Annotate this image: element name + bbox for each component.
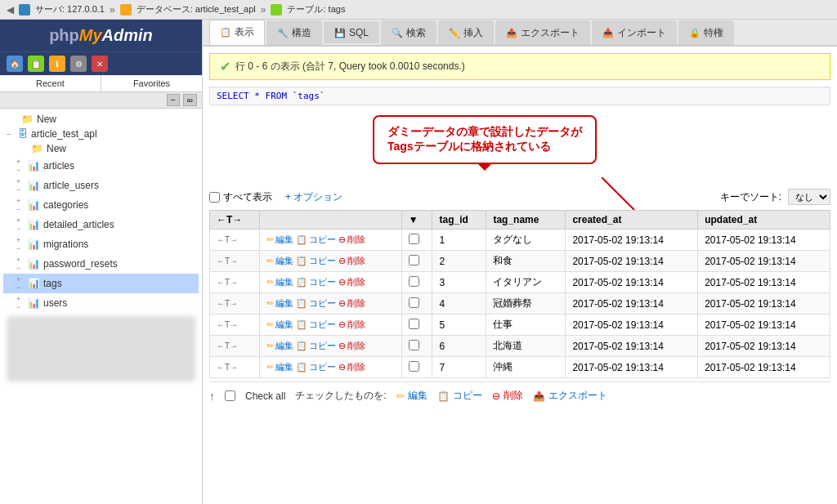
row-checkbox[interactable] bbox=[409, 297, 419, 308]
tree-item-users[interactable]: +− 📊 users bbox=[3, 293, 199, 313]
content-body: ✔ 行 0 - 6 の表示 (合計 7, Query took 0.0010 s… bbox=[203, 47, 837, 504]
tab-import[interactable]: 📥 インポート bbox=[592, 20, 677, 45]
row-copy-btn[interactable]: 📋コピー bbox=[296, 276, 336, 288]
footer-export-label: エクスポート bbox=[548, 389, 607, 403]
row-actions: ✏編集 📋コピー ⊖削除 bbox=[259, 251, 401, 272]
row-edit-btn[interactable]: ✏編集 bbox=[266, 255, 293, 267]
tree-expand-article-users[interactable]: +− bbox=[16, 177, 25, 194]
tree-item-new-top[interactable]: 📁 New bbox=[3, 112, 199, 127]
row-arrows: ←T→ bbox=[210, 230, 260, 251]
footer-edit-btn[interactable]: ✏ 編集 bbox=[396, 389, 427, 403]
tab-privileges[interactable]: 🔒 特権 bbox=[678, 20, 734, 45]
tree-expand-new-top bbox=[7, 114, 18, 125]
tree-item-categories[interactable]: +− 📊 categories bbox=[3, 195, 199, 215]
col-tag-id[interactable]: tag_id bbox=[432, 211, 486, 230]
select-all-checkbox[interactable] bbox=[209, 192, 220, 203]
row-checkbox[interactable] bbox=[409, 234, 419, 244]
row-delete-btn[interactable]: ⊖削除 bbox=[338, 319, 365, 331]
col-created-at[interactable]: created_at bbox=[566, 211, 698, 230]
tree-item-db[interactable]: − 🗄 article_test_apl bbox=[3, 127, 199, 141]
list-icon[interactable]: 📋 bbox=[28, 56, 44, 72]
structure-icon: 🔧 bbox=[277, 27, 289, 38]
row-edit-btn[interactable]: ✏編集 bbox=[266, 297, 293, 310]
row-edit-btn[interactable]: ✏編集 bbox=[266, 234, 293, 246]
tree-item-migrations[interactable]: +− 📊 migrations bbox=[3, 234, 199, 254]
home-icon[interactable]: 🏠 bbox=[7, 56, 23, 72]
key-sort-select[interactable]: なし bbox=[788, 189, 830, 205]
sidebar-icon-bar: 🏠 📋 ℹ ⚙ ✕ bbox=[0, 51, 202, 75]
cell-tag-name: 北海道 bbox=[486, 336, 566, 357]
row-checkbox[interactable] bbox=[409, 276, 419, 287]
cell-tag-name: タグなし bbox=[486, 230, 566, 251]
row-checkbox[interactable] bbox=[409, 340, 419, 350]
col-arrows-label: ←T→ bbox=[217, 214, 242, 225]
cell-tag-id: 3 bbox=[432, 272, 486, 293]
row-checkbox[interactable] bbox=[409, 361, 419, 372]
row-copy-btn[interactable]: 📋コピー bbox=[296, 234, 336, 246]
row-edit-btn[interactable]: ✏編集 bbox=[266, 361, 293, 373]
tree-expand-migrations[interactable]: +− bbox=[16, 236, 25, 252]
tree-item-article-users[interactable]: +− 📊 article_users bbox=[3, 176, 199, 195]
sidebar-tab-favorites[interactable]: Favorites bbox=[101, 75, 202, 91]
row-edit-btn[interactable]: ✏編集 bbox=[266, 276, 293, 288]
tab-export[interactable]: 📤 エクスポート bbox=[495, 20, 590, 45]
tab-structure[interactable]: 🔧 構造 bbox=[266, 20, 322, 45]
tab-search-label: 検索 bbox=[406, 26, 426, 40]
row-delete-btn[interactable]: ⊖削除 bbox=[338, 276, 365, 288]
tab-sql[interactable]: 💾 SQL bbox=[324, 21, 379, 43]
tree-expand-users[interactable]: +− bbox=[16, 295, 25, 311]
row-delete-btn[interactable]: ⊖削除 bbox=[338, 340, 365, 352]
row-copy-btn[interactable]: 📋コピー bbox=[296, 361, 336, 373]
row-copy-btn[interactable]: 📋コピー bbox=[296, 255, 336, 267]
row-copy-btn[interactable]: 📋コピー bbox=[296, 297, 336, 310]
row-delete-btn[interactable]: ⊖削除 bbox=[338, 255, 365, 267]
minus-icon: ⊖ bbox=[338, 319, 346, 330]
col-tag-name[interactable]: tag_name bbox=[486, 211, 566, 230]
col-updated-at[interactable]: updated_at bbox=[698, 211, 830, 230]
footer-check-all-label: Check all bbox=[245, 390, 285, 402]
row-edit-btn[interactable]: ✏編集 bbox=[266, 340, 293, 352]
collapse-infinity[interactable]: ∞ bbox=[183, 94, 197, 106]
row-delete-btn[interactable]: ⊖削除 bbox=[338, 297, 365, 310]
row-copy-btn[interactable]: 📋コピー bbox=[296, 319, 336, 331]
row-delete-btn[interactable]: ⊖削除 bbox=[338, 234, 365, 246]
options-link[interactable]: + オプション bbox=[285, 190, 342, 204]
row-delete-btn[interactable]: ⊖削除 bbox=[338, 361, 365, 373]
collapse-minus[interactable]: − bbox=[167, 94, 180, 106]
tree-expand-password-resets[interactable]: +− bbox=[16, 256, 25, 272]
row-copy-btn[interactable]: 📋コピー bbox=[296, 340, 336, 352]
tree-item-detailed-articles[interactable]: +− 📊 detailed_articles bbox=[3, 215, 199, 234]
server-icon bbox=[19, 4, 30, 16]
back-arrow[interactable]: ◀ bbox=[7, 4, 14, 16]
footer-checked-label: チェックしたものを: bbox=[295, 389, 386, 403]
footer-copy-btn[interactable]: 📋 コピー bbox=[437, 389, 482, 403]
row-checkbox[interactable] bbox=[409, 319, 419, 329]
tree-item-articles[interactable]: +− 📊 articles bbox=[3, 156, 199, 176]
tab-search[interactable]: 🔍 検索 bbox=[381, 20, 436, 45]
tree-expand-detailed-articles[interactable]: +− bbox=[16, 216, 25, 233]
row-edit-btn[interactable]: ✏編集 bbox=[266, 319, 293, 331]
tab-insert[interactable]: ✏️ 挿入 bbox=[438, 20, 494, 45]
footer-delete-btn[interactable]: ⊖ 削除 bbox=[492, 389, 523, 403]
info-icon[interactable]: ℹ bbox=[49, 56, 65, 72]
tree-expand-tags[interactable]: +− bbox=[16, 275, 25, 292]
tree-item-tags[interactable]: +− 📊 tags bbox=[3, 274, 199, 293]
footer-export-btn[interactable]: 📤 エクスポート bbox=[533, 389, 607, 403]
logo-php: php bbox=[49, 26, 79, 44]
cell-tag-name: 和食 bbox=[486, 251, 566, 272]
settings-icon[interactable]: ⚙ bbox=[70, 56, 87, 72]
tree-expand-categories[interactable]: +− bbox=[16, 197, 25, 213]
row-checkbox[interactable] bbox=[409, 255, 419, 265]
footer-check-all[interactable] bbox=[225, 390, 235, 401]
row-checkbox-cell bbox=[401, 293, 432, 314]
tab-browse[interactable]: 📋 表示 bbox=[209, 20, 265, 45]
tree-item-password-resets[interactable]: +− 📊 password_resets bbox=[3, 254, 199, 274]
tree-expand-db[interactable]: − bbox=[7, 130, 15, 139]
import-icon: 📥 bbox=[602, 27, 614, 38]
cell-tag-id: 5 bbox=[432, 314, 486, 336]
tree-label-new-top: New bbox=[37, 114, 56, 125]
tree-expand-articles[interactable]: +− bbox=[16, 158, 25, 174]
tree-item-new-db[interactable]: 📁 New bbox=[3, 141, 199, 156]
exit-icon[interactable]: ✕ bbox=[92, 56, 108, 72]
sidebar-tab-recent[interactable]: Recent bbox=[0, 75, 101, 91]
